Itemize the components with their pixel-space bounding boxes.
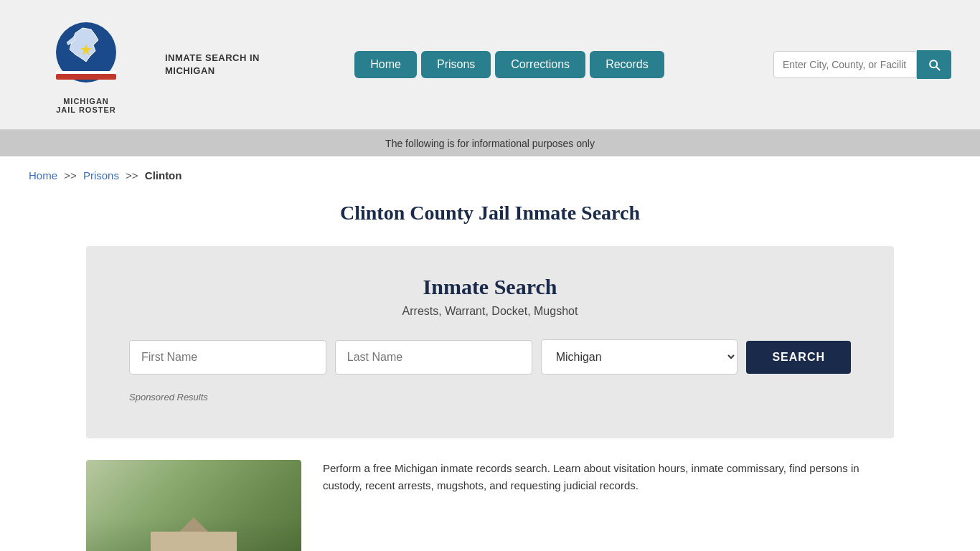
- header-search-area: [773, 50, 951, 79]
- breadcrumb-current: Clinton: [145, 169, 182, 182]
- logo-text: MICHIGAN JAIL ROSTER: [56, 97, 116, 114]
- search-section-subtitle: Arrests, Warrant, Docket, Mugshot: [129, 305, 851, 318]
- breadcrumb-prisons[interactable]: Prisons: [83, 169, 119, 182]
- bottom-description: Perform a free Michigan inmate records s…: [323, 460, 894, 494]
- logo-area: MICHIGAN JAIL ROSTER: [29, 15, 143, 114]
- nav-records[interactable]: Records: [590, 51, 664, 78]
- search-section-title: Inmate Search: [129, 275, 851, 299]
- building-shape: [151, 532, 237, 551]
- header-search-input[interactable]: [773, 51, 917, 78]
- bottom-section: Perform a free Michigan inmate records s…: [0, 438, 980, 551]
- info-banner: The following is for informational purpo…: [0, 131, 980, 156]
- nav-prisons[interactable]: Prisons: [421, 51, 491, 78]
- svg-rect-4: [56, 71, 116, 74]
- nav-corrections[interactable]: Corrections: [495, 51, 585, 78]
- search-icon: [927, 57, 941, 72]
- svg-rect-3: [56, 74, 116, 80]
- state-select[interactable]: MichiganAlabamaAlaskaArizonaArkansasCali…: [541, 339, 738, 375]
- facility-image: [86, 460, 301, 551]
- logo-image: [54, 15, 118, 94]
- breadcrumb-sep2: >>: [126, 169, 138, 182]
- page-title: Clinton County Jail Inmate Search: [0, 202, 980, 225]
- search-form: MichiganAlabamaAlaskaArizonaArkansasCali…: [129, 339, 851, 375]
- main-nav: Home Prisons Corrections Records: [274, 51, 745, 78]
- inmate-search-section: Inmate Search Arrests, Warrant, Docket, …: [86, 246, 894, 438]
- search-submit-button[interactable]: SEARCH: [746, 341, 851, 374]
- breadcrumb: Home >> Prisons >> Clinton: [0, 156, 980, 194]
- breadcrumb-home[interactable]: Home: [29, 169, 57, 182]
- site-title: INMATE SEARCH IN MICHIGAN: [165, 52, 260, 77]
- first-name-input[interactable]: [129, 340, 326, 375]
- nav-home[interactable]: Home: [354, 51, 417, 78]
- sponsored-results-label: Sponsored Results: [129, 392, 851, 402]
- header-search-button[interactable]: [917, 50, 951, 79]
- site-header: MICHIGAN JAIL ROSTER INMATE SEARCH IN MI…: [0, 0, 980, 129]
- breadcrumb-sep1: >>: [64, 169, 77, 182]
- last-name-input[interactable]: [335, 340, 532, 375]
